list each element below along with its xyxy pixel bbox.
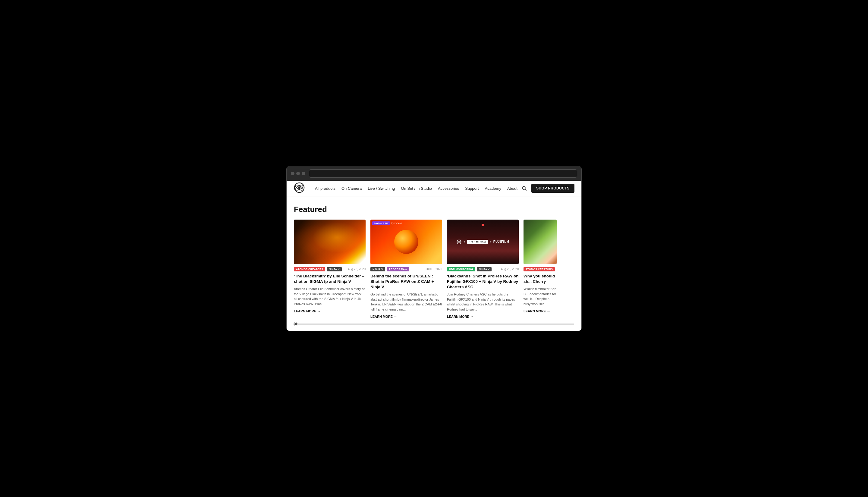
atomos-logo-svg — [294, 182, 305, 193]
zcam-badge: ⬡ Z CAM — [391, 222, 402, 225]
nav-links: All products On Camera Live / Switching … — [312, 181, 520, 196]
nav-actions: SHOP PRODUCTS — [520, 184, 574, 193]
window-controls — [291, 172, 305, 175]
nav-about[interactable]: About — [504, 181, 520, 196]
url-bar[interactable] — [309, 169, 577, 178]
svg-point-1 — [298, 186, 300, 189]
navigation: All products On Camera Live / Switching … — [286, 181, 582, 196]
prores-raw-label: ProRes RAW — [467, 240, 488, 244]
card-4-desc: Wildlife filmmaker Ben C... documentarie… — [523, 286, 557, 306]
card-1-learn-more[interactable]: LEARN MORE → — [294, 309, 366, 313]
tag-atomos-creators-1: ATOMOS CREATORS — [294, 267, 325, 271]
card-2-image: ProRes RAW ⬡ Z CAM — [370, 219, 442, 264]
prores-raw-badge: ProRes RAW — [372, 222, 390, 225]
cards-container: ATOMOS CREATORS NINJA V Aug 28, 2020 'Th… — [294, 219, 574, 319]
card-3-learn-more[interactable]: LEARN MORE → — [447, 314, 519, 319]
scrollbar-container — [294, 324, 574, 325]
card-1-date: Aug 28, 2020 — [348, 268, 366, 271]
nav-accessories[interactable]: Accessories — [435, 181, 462, 196]
nav-on-set-studio[interactable]: On Set / In Studio — [398, 181, 435, 196]
fuji-plus: + — [463, 240, 465, 243]
card-1-title: 'The Blacksmith' by Elle Schneider – sho… — [294, 273, 366, 284]
card-4-learn-more[interactable]: LEARN MORE → — [523, 309, 557, 313]
atomos-small-icon — [456, 239, 462, 245]
card-2-learn-more[interactable]: LEARN MORE → — [370, 314, 442, 319]
learn-more-arrow-4: → — [547, 309, 550, 313]
svg-point-7 — [458, 241, 460, 242]
dot-close[interactable] — [291, 172, 294, 175]
card-3-image: + ProRes RAW + FUJIFILM — [447, 219, 519, 264]
tag-prores-raw: PRORES RAW — [387, 267, 409, 271]
nav-support[interactable]: Support — [462, 181, 482, 196]
tag-ninja-v-1: NINJA V — [327, 267, 341, 271]
shop-products-button[interactable]: SHOP PRODUCTS — [531, 184, 574, 193]
card-4-image — [523, 219, 557, 264]
card-2-tags: NINJA V PRORES RAW Jul 01, 2020 — [370, 267, 442, 271]
scrollbar-track[interactable] — [297, 324, 574, 325]
card-2-date: Jul 01, 2020 — [426, 268, 443, 271]
search-button[interactable] — [520, 185, 528, 192]
browser-chrome — [286, 166, 582, 181]
featured-title: Featured — [294, 205, 574, 214]
search-icon — [522, 186, 527, 191]
tag-hdr-monitoring: HDR MONITORING — [447, 267, 475, 271]
fuji-plus-2: + — [490, 240, 492, 243]
learn-more-arrow-3: → — [470, 314, 474, 319]
card-3-date: Aug 28, 2020 — [501, 268, 519, 271]
card-1: ATOMOS CREATORS NINJA V Aug 28, 2020 'Th… — [294, 219, 366, 319]
learn-more-arrow-2: → — [394, 314, 397, 319]
main-content: Featured ATOMOS CREATORS NINJA V Aug 28,… — [286, 196, 582, 331]
card-3-tags: HDR MONITORING NINJA V Aug 28, 2020 — [447, 267, 519, 271]
browser-window: All products On Camera Live / Switching … — [286, 166, 582, 331]
fuji-logos: + ProRes RAW + FUJIFILM — [456, 239, 509, 245]
card-3-title: 'Blacksands' Shot in ProRes RAW on Fujif… — [447, 273, 519, 290]
fujifilm-label: FUJIFILM — [493, 240, 509, 243]
card-4-tags: ATOMOS CREATORS — [523, 267, 557, 271]
nav-academy[interactable]: Academy — [482, 181, 504, 196]
card-2-image-tags: ProRes RAW ⬡ Z CAM — [372, 222, 402, 225]
cards-row: ATOMOS CREATORS NINJA V Aug 28, 2020 'Th… — [294, 219, 574, 319]
card-2: ProRes RAW ⬡ Z CAM NINJA V PRORES RAW Ju… — [370, 219, 442, 319]
card-2-title: Behind the scenes of UN/SEEN : Shot in P… — [370, 273, 442, 290]
card-4: ATOMOS CREATORS Why you should sh... Che… — [523, 219, 557, 319]
tag-ninja-v-2: NINJA V — [370, 267, 385, 271]
dot-minimize[interactable] — [296, 172, 300, 175]
card-4-title: Why you should sh... Cherry — [523, 273, 557, 284]
card-1-tags: ATOMOS CREATORS NINJA V Aug 28, 2020 — [294, 267, 366, 271]
card-3: + ProRes RAW + FUJIFILM HDR MONITORING N… — [447, 219, 519, 319]
svg-line-5 — [525, 189, 526, 190]
nav-on-camera[interactable]: On Camera — [338, 181, 365, 196]
tag-atomos-creators-4: ATOMOS CREATORS — [523, 267, 555, 271]
card-1-image — [294, 219, 366, 264]
learn-more-arrow-1: → — [317, 309, 321, 313]
tag-ninja-v-3: NINJA V — [477, 267, 492, 271]
fuji-dot — [481, 224, 484, 226]
card-1-desc: Atomos Creator Elle Schneider covers a s… — [294, 286, 366, 306]
card-3-desc: Join Rodney Charters ASC as he puts the … — [447, 292, 519, 312]
nav-all-products[interactable]: All products — [312, 181, 338, 196]
logo[interactable] — [294, 182, 305, 194]
website: All products On Camera Live / Switching … — [286, 181, 582, 331]
dot-maximize[interactable] — [302, 172, 305, 175]
card-2-desc: Go behind the scenes of UN/SEEN, an arti… — [370, 292, 442, 312]
nav-live-switching[interactable]: Live / Switching — [365, 181, 398, 196]
